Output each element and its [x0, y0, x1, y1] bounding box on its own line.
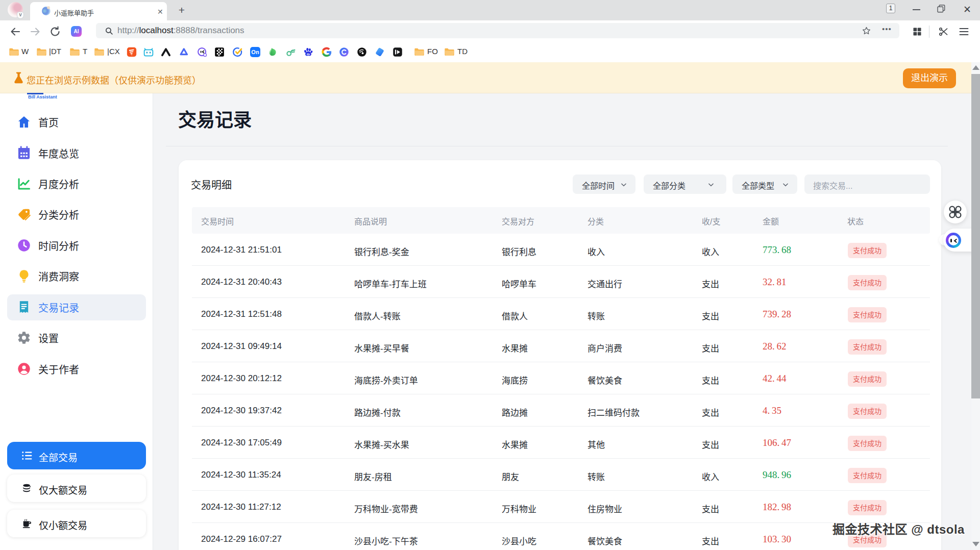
svg-text:du: du — [307, 53, 310, 56]
